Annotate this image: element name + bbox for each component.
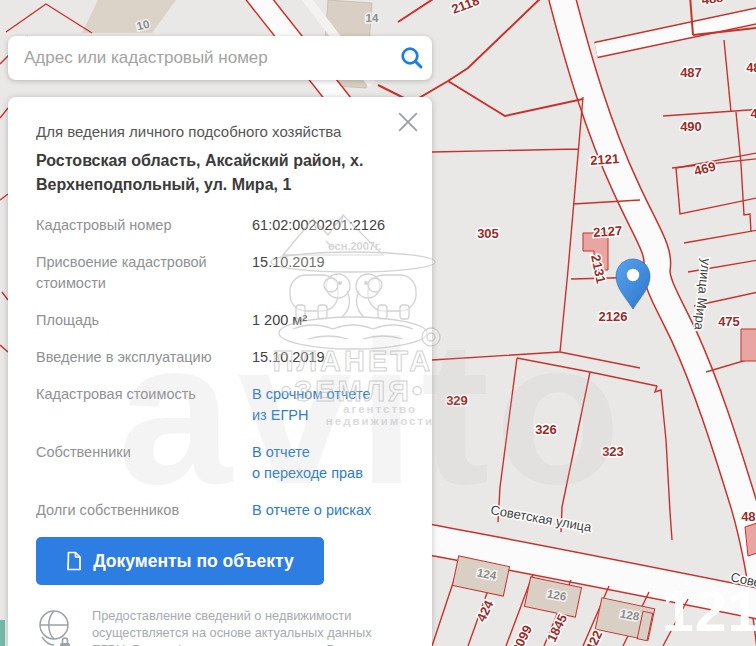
map-parcel-label: 475 bbox=[718, 314, 740, 329]
map-address-label: 14 bbox=[366, 12, 379, 24]
property-row: СобственникиВ отчете о переходе прав bbox=[36, 442, 404, 484]
search-input[interactable] bbox=[8, 48, 392, 68]
property-row: Кадастровый номер61:02:0020201:2126 bbox=[36, 215, 404, 236]
map-parcel-label: 4 bbox=[750, 106, 756, 121]
map-parcel-label: 2121 bbox=[590, 151, 620, 168]
document-icon bbox=[66, 551, 82, 571]
search-icon bbox=[399, 45, 425, 71]
property-value: 15.10.2019 bbox=[252, 347, 404, 368]
disclaimer-text: Предоставление сведений о недвижимости о… bbox=[92, 607, 384, 646]
search-bar bbox=[8, 36, 432, 80]
map-parcel-label: 2126 bbox=[599, 309, 628, 324]
property-label: Кадастровый номер bbox=[36, 215, 252, 236]
map-parcel-label: 2127 bbox=[593, 223, 623, 240]
property-table: Кадастровый номер61:02:0020201:2126Присв… bbox=[36, 215, 404, 521]
parcel-address: Ростовская область, Аксайский район, х. … bbox=[36, 149, 366, 197]
disclaimer: Предоставление сведений о недвижимости о… bbox=[36, 607, 404, 646]
search-button[interactable] bbox=[392, 36, 432, 80]
close-icon bbox=[398, 112, 418, 132]
cadastral-map-app: { "search": { "placeholder": "Адрес или … bbox=[0, 0, 756, 646]
close-button[interactable] bbox=[396, 111, 420, 135]
map-parcel-label: 305 bbox=[477, 226, 499, 241]
map-parcel-label: 326 bbox=[535, 422, 557, 437]
property-label: Собственники bbox=[36, 442, 252, 463]
map-parcel-label: 487 bbox=[680, 65, 702, 80]
map-green-zone bbox=[0, 620, 5, 646]
property-report-link[interactable]: В отчете о рисках bbox=[252, 500, 404, 521]
property-row: Введение в эксплуатацию15.10.2019 bbox=[36, 347, 404, 368]
map-parcel-label: 490 bbox=[680, 119, 702, 134]
map-parcel-label: 482 bbox=[741, 509, 756, 524]
map-parcel-label: 329 bbox=[446, 393, 468, 408]
land-use-category: Для ведения личного подсобного хозяйства bbox=[36, 121, 404, 142]
parcel-info-panel: Для ведения личного подсобного хозяйства… bbox=[8, 97, 432, 646]
property-label: Присвоение кадастровой стоимости bbox=[36, 252, 252, 294]
property-label: Долги собственников bbox=[36, 500, 252, 521]
property-row: Кадастровая стоимостьВ срочном отчете из… bbox=[36, 384, 404, 426]
property-label: Площадь bbox=[36, 310, 252, 331]
map-parcel-label: 488 bbox=[746, 60, 756, 75]
property-label: Введение в эксплуатацию bbox=[36, 347, 252, 368]
map-parcel-label: 323 bbox=[602, 444, 624, 459]
documents-button[interactable]: Документы по объекту bbox=[36, 537, 324, 585]
property-label: Кадастровая стоимость bbox=[36, 384, 252, 405]
property-value: 61:02:0020201:2126 bbox=[252, 215, 404, 236]
property-value: 1 200 м² bbox=[252, 310, 404, 331]
documents-button-label: Документы по объекту bbox=[93, 551, 294, 572]
egrn-globe-lock-icon bbox=[36, 607, 74, 646]
property-report-link[interactable]: В отчете о переходе прав bbox=[252, 442, 404, 484]
property-report-link[interactable]: В срочном отчете из ЕГРН bbox=[252, 384, 404, 426]
property-row: Долги собственниковВ отчете о рисках bbox=[36, 500, 404, 521]
property-row: Присвоение кадастровой стоимости15.10.20… bbox=[36, 252, 404, 294]
property-value: 15.10.2019 bbox=[252, 252, 404, 273]
property-row: Площадь1 200 м² bbox=[36, 310, 404, 331]
